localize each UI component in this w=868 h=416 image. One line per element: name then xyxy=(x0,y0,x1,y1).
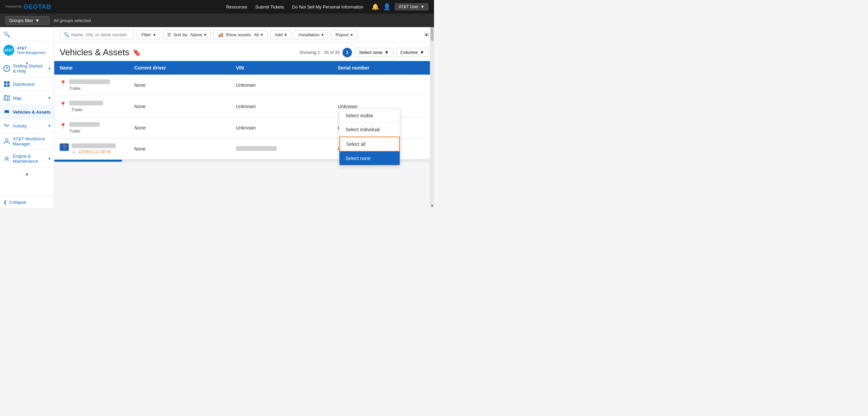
select-dropdown-menu: Select visible Select individual Select … xyxy=(339,108,400,165)
top-nav-links: Resources Submit Tickets Do Not Sell My … xyxy=(226,3,429,11)
filter-button[interactable]: Filter ▾ xyxy=(137,30,160,39)
bookmark-icon[interactable]: 🔖 xyxy=(133,48,141,57)
table-row: 📍 Trailer, None Unknown xyxy=(54,75,434,96)
content-toolbar: 🔍 Filter ▾ ☰ Sort by: Name ▾ 🚚 Show asse… xyxy=(54,27,434,42)
columns-caret-icon: ▼ xyxy=(420,50,424,55)
sidebar-item-activity[interactable]: Activity ▾ xyxy=(0,119,54,133)
collapse-sidebar-button[interactable]: ❮ Collapse xyxy=(0,196,54,208)
scroll-up-arrow-icon[interactable]: ▲ xyxy=(425,33,429,36)
installation-label: Installation xyxy=(298,32,319,37)
vehicles-assets-icon xyxy=(3,108,10,115)
user-name-label: AT&T User xyxy=(399,4,418,9)
add-button[interactable]: Add ▾ xyxy=(270,30,291,39)
sidebar-item-att-workforce[interactable]: AT&T Workforce Manager xyxy=(0,133,54,150)
groups-filter-caret-icon: ▼ xyxy=(35,18,40,23)
sidebar-scroll-down-button[interactable]: ▼ xyxy=(0,172,54,178)
report-label: Report xyxy=(335,32,349,37)
user-menu[interactable]: AT&T User ▼ xyxy=(395,3,429,11)
horizontal-scroll-thumb[interactable] xyxy=(54,160,122,162)
driver-cell: None xyxy=(129,139,231,159)
do-not-sell-link[interactable]: Do Not Sell My Personal Information xyxy=(292,4,363,9)
sidebar: 🔍 AT&T AT&T Fleet Management ▲ ? Getting… xyxy=(0,27,54,208)
location-pin-icon: 📍 xyxy=(60,101,66,108)
right-scroll-controls: ▲ xyxy=(425,33,429,36)
search-box[interactable]: 🔍 xyxy=(60,30,134,39)
search-input[interactable] xyxy=(71,32,129,37)
show-assets-button[interactable]: 🚚 Show assets: All ▾ xyxy=(214,30,268,39)
vin-cell: Unknown xyxy=(231,117,332,139)
page-title-area: Vehicles & Assets 🔖 xyxy=(60,47,141,58)
sidebar-item-map[interactable]: Map ▾ xyxy=(0,91,54,105)
workforce-icon xyxy=(3,138,10,145)
sidebar-item-engine-maintenance[interactable]: Engine & Maintenance ▾ xyxy=(0,150,54,167)
report-button[interactable]: Report ▾ xyxy=(331,30,357,39)
show-value: All xyxy=(254,32,259,37)
user-profile-icon[interactable]: 👤 xyxy=(383,3,391,11)
vin-cell: Unknown xyxy=(231,75,332,96)
att-logo-icon: AT&T xyxy=(3,45,14,56)
filter-label: Filter xyxy=(141,32,151,37)
logo-area: Powered by GEOTAB xyxy=(5,3,51,11)
collapse-label: Collapse xyxy=(9,200,26,205)
dropdown-item-select-none[interactable]: Select none xyxy=(339,152,400,165)
vehicle-cell-content: 📍 , Trailer xyxy=(60,101,123,112)
columns-button[interactable]: Columns ▼ xyxy=(396,48,429,57)
svg-marker-4 xyxy=(4,95,9,101)
page-title-text: Vehicles & Assets xyxy=(60,47,129,58)
dashboard-icon xyxy=(3,81,10,87)
engine-maintenance-icon xyxy=(3,155,10,162)
col-header-serial: Serial number xyxy=(332,61,434,75)
sidebar-chevron-map-icon: ▾ xyxy=(48,96,51,100)
sidebar-item-dashboard[interactable]: Dashboard xyxy=(0,77,54,91)
sidebar-search-icon[interactable]: 🔍 xyxy=(3,32,10,37)
location-pin-icon: 📍 xyxy=(60,123,66,129)
sidebar-scroll-up-button[interactable]: ▲ xyxy=(0,60,54,65)
resources-link[interactable]: Resources xyxy=(226,4,247,9)
sidebar-chevron-engine-icon: ▾ xyxy=(48,156,51,161)
select-none-dropdown-button[interactable]: Select none ▼ xyxy=(355,48,393,57)
user-menu-caret-icon: ▼ xyxy=(420,4,425,9)
svg-rect-1 xyxy=(7,81,9,84)
sidebar-item-att-workforce-label: AT&T Workforce Manager xyxy=(13,136,51,146)
vin-cell: Unknown xyxy=(231,96,332,117)
vehicle-sub-text: , Trailer xyxy=(69,107,83,112)
report-caret-icon: ▾ xyxy=(351,32,353,37)
sort-icon: ☰ xyxy=(167,32,171,37)
groups-filter-button[interactable]: Groups filter ▼ xyxy=(5,16,50,25)
dropdown-item-select-individual[interactable]: Select individual xyxy=(339,123,400,137)
notifications-bell-icon[interactable]: 🔔 xyxy=(372,3,379,11)
sort-button[interactable]: ☰ Sort by: Name ▾ xyxy=(163,30,211,39)
col-header-vin: VIN xyxy=(231,61,332,75)
vertical-scrollbar[interactable]: ▲ ▼ xyxy=(430,27,434,208)
scroll-thumb[interactable] xyxy=(431,27,434,41)
vehicle-name-cell: 📍 ☁️ 12/29/21 22:30:55 xyxy=(54,139,129,159)
sidebar-nav-items: ? Getting Started & Help ▾ Dashboard Map… xyxy=(0,60,54,167)
installation-button[interactable]: Installation ▾ xyxy=(294,30,328,39)
page-header: Vehicles & Assets 🔖 Showing 1 - 35 of 35… xyxy=(54,42,434,61)
sidebar-chevron-getting-started-icon: ▾ xyxy=(48,66,51,71)
sidebar-item-vehicles-assets-label: Vehicles & Assets xyxy=(13,110,51,115)
vehicle-name-blurred xyxy=(72,143,116,148)
svg-rect-2 xyxy=(4,84,6,87)
groups-filter-label: Groups filter xyxy=(9,18,33,23)
submit-tickets-link[interactable]: Submit Tickets xyxy=(255,4,284,9)
location-pin-icon: 📍 xyxy=(60,80,66,86)
dropdown-item-select-visible[interactable]: Select visible xyxy=(339,109,400,123)
top-navigation: Powered by GEOTAB Resources Submit Ticke… xyxy=(0,0,434,14)
sidebar-item-vehicles-assets[interactable]: Vehicles & Assets xyxy=(0,105,54,119)
dropdown-item-select-all[interactable]: Select all xyxy=(339,137,400,152)
columns-label: Columns xyxy=(400,50,418,55)
sort-value: Name xyxy=(191,32,202,37)
add-label: Add xyxy=(275,32,282,37)
svg-rect-3 xyxy=(7,84,9,87)
serial-cell xyxy=(332,75,434,96)
vehicle-sub-text: Trailer, xyxy=(69,86,81,91)
page-number-badge[interactable]: 1 xyxy=(342,48,352,57)
vehicle-info: , Trailer xyxy=(69,101,103,112)
vehicle-name-blurred xyxy=(69,101,103,105)
att-logo-text: AT&T Fleet Management xyxy=(17,46,45,54)
sidebar-search-area[interactable]: 🔍 xyxy=(0,27,54,41)
scroll-down-button[interactable]: ▼ xyxy=(430,203,434,208)
groups-filter-bar: Groups filter ▼ All groups selected xyxy=(0,14,434,27)
vehicle-cell-content: 📍 Trailer xyxy=(60,122,123,134)
